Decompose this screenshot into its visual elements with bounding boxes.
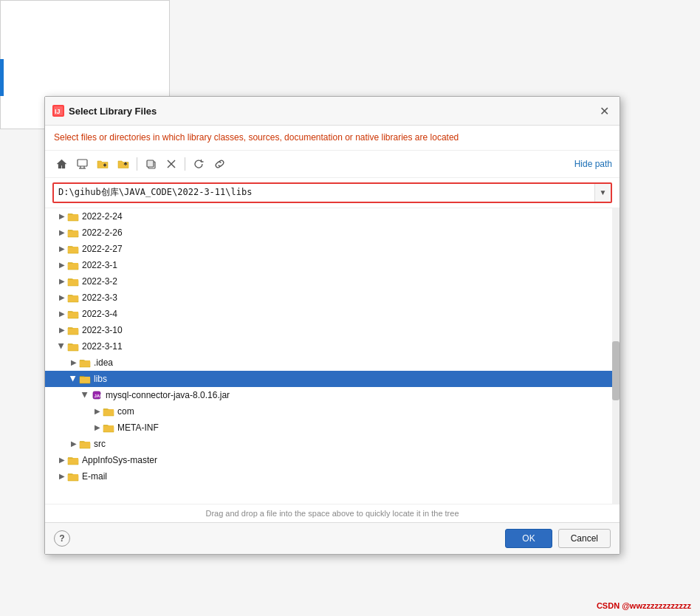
toolbar-separator-2 <box>185 157 185 171</box>
tree-arrow-2022-3-1: ▶ <box>57 260 67 270</box>
tree-label-2022-3-3: 2022-3-3 <box>82 292 117 303</box>
tree-item-2022-3-3[interactable]: ▶ 2022-3-3 <box>45 290 620 306</box>
tree-arrow-2022-3-10: ▶ <box>57 325 67 335</box>
dialog-description: Select files or directories in which lib… <box>45 126 620 151</box>
dialog-footer: ? OK Cancel <box>45 522 620 554</box>
tree-label-mysql-connector: mysql-connector-java-8.0.16.jar <box>106 390 230 400</box>
folder-icon-2022-3-4 <box>67 309 79 319</box>
blue-sidebar-bar <box>0 59 4 96</box>
tree-arrow-2022-3-3: ▶ <box>57 292 67 303</box>
svg-rect-3 <box>78 160 87 166</box>
file-tree-container[interactable]: ▶ 2022-2-24▶ 2022-2-26▶ 2022-2-27▶ 2022-… <box>45 208 620 504</box>
tree-item-2022-3-1[interactable]: ▶ 2022-3-1 <box>45 257 620 273</box>
tree-item-META-INF[interactable]: ▶ META-INF <box>45 420 620 436</box>
tree-item-E-mail[interactable]: ▶ E-mail <box>45 468 620 485</box>
tree-label-2022-3-1: 2022-3-1 <box>82 260 117 270</box>
folder-icon-com <box>103 406 114 417</box>
tree-item-libs[interactable]: ▶ libs <box>45 371 620 387</box>
watermark: CSDN @wwzzzzzzzzzzzz <box>597 601 691 610</box>
tree-label-.idea: .idea <box>94 357 113 368</box>
folder-icon-2022-2-24 <box>67 211 79 222</box>
tree-label-com: com <box>117 406 134 417</box>
tree-label-2022-2-26: 2022-2-26 <box>82 227 123 238</box>
tree-arrow-.idea: ▶ <box>69 357 79 368</box>
tree-label-libs: libs <box>94 374 107 384</box>
toolbar-home-button[interactable] <box>52 155 70 173</box>
folder-icon-libs <box>79 374 91 384</box>
toolbar-folder-up-button[interactable] <box>114 155 132 173</box>
tree-label-2022-3-10: 2022-3-10 <box>82 325 123 335</box>
folder-icon-AppInfoSys-master <box>67 455 79 465</box>
folder-icon-src <box>79 439 91 449</box>
tree-label-2022-3-4: 2022-3-4 <box>82 309 117 319</box>
path-dropdown-button[interactable]: ▼ <box>594 184 611 202</box>
tree-label-E-mail: E-mail <box>82 471 107 482</box>
tree-arrow-AppInfoSys-master: ▶ <box>57 455 67 465</box>
tree-arrow-2022-2-27: ▶ <box>57 244 67 254</box>
dialog-app-icon: IJ <box>52 105 64 117</box>
folder-icon-2022-3-3 <box>67 292 79 303</box>
tree-arrow-2022-3-11: ▶ <box>57 341 67 352</box>
path-input[interactable] <box>54 185 594 201</box>
tree-arrow-src: ▶ <box>69 439 79 449</box>
scrollbar-track <box>612 208 620 504</box>
dialog-title: Select Library Files <box>69 106 596 117</box>
scrollbar-thumb[interactable] <box>612 341 620 400</box>
tree-arrow-META-INF: ▶ <box>92 422 103 433</box>
toolbar-delete-button[interactable] <box>162 155 180 173</box>
folder-icon-E-mail <box>67 471 79 482</box>
folder-icon-2022-2-27 <box>67 244 79 254</box>
tree-item-AppInfoSys-master[interactable]: ▶ AppInfoSys-master <box>45 452 620 468</box>
folder-icon-2022-3-1 <box>67 260 79 270</box>
tree-item-2022-2-27[interactable]: ▶ 2022-2-27 <box>45 241 620 257</box>
tree-arrow-2022-3-4: ▶ <box>57 309 67 319</box>
folder-icon-mysql-connector: JAR <box>91 390 103 400</box>
tree-item-2022-3-11[interactable]: ▶ 2022-3-11 <box>45 338 620 355</box>
help-button[interactable]: ? <box>54 530 70 547</box>
folder-icon-2022-2-26 <box>67 227 79 238</box>
tree-label-src: src <box>94 439 106 449</box>
cancel-button[interactable]: Cancel <box>558 529 611 548</box>
tree-item-2022-3-10[interactable]: ▶ 2022-3-10 <box>45 322 620 338</box>
tree-item-mysql-connector[interactable]: ▶ JAR mysql-connector-java-8.0.16.jar <box>45 387 620 403</box>
hide-path-button[interactable]: Hide path <box>574 159 612 169</box>
tree-item-.idea[interactable]: ▶ .idea <box>45 355 620 371</box>
toolbar-monitor-button[interactable] <box>73 155 91 173</box>
folder-icon-2022-3-10 <box>67 325 79 335</box>
tree-label-META-INF: META-INF <box>117 422 159 433</box>
dialog-toolbar: Hide path <box>45 151 620 178</box>
tree-arrow-2022-3-2: ▶ <box>57 276 67 287</box>
tree-item-2022-2-26[interactable]: ▶ 2022-2-26 <box>45 225 620 241</box>
tree-arrow-com: ▶ <box>92 406 103 417</box>
toolbar-link-button[interactable] <box>210 155 228 173</box>
path-input-area: ▼ <box>45 178 620 208</box>
tree-label-2022-3-2: 2022-3-2 <box>82 276 117 287</box>
folder-icon-2022-3-11 <box>67 341 79 352</box>
tree-item-src[interactable]: ▶ src <box>45 436 620 452</box>
folder-icon-2022-3-2 <box>67 276 79 287</box>
select-library-files-dialog: IJ Select Library Files ✕ Select files o… <box>44 96 620 555</box>
svg-text:IJ: IJ <box>55 108 61 115</box>
folder-icon-.idea <box>79 357 91 368</box>
tree-arrow-mysql-connector: ▶ <box>80 390 91 400</box>
tree-label-2022-2-24: 2022-2-24 <box>82 211 123 222</box>
toolbar-copy-button[interactable] <box>142 155 159 173</box>
tree-arrow-2022-2-24: ▶ <box>57 211 67 222</box>
tree-label-2022-2-27: 2022-2-27 <box>82 244 123 254</box>
path-input-wrapper: ▼ <box>52 182 612 203</box>
svg-rect-11 <box>147 160 154 167</box>
tree-item-2022-3-2[interactable]: ▶ 2022-3-2 <box>45 273 620 290</box>
tree-item-2022-2-24[interactable]: ▶ 2022-2-24 <box>45 208 620 225</box>
toolbar-refresh-button[interactable] <box>190 155 207 173</box>
file-tree: ▶ 2022-2-24▶ 2022-2-26▶ 2022-2-27▶ 2022-… <box>45 208 620 485</box>
dialog-close-button[interactable]: ✕ <box>596 103 612 119</box>
ok-button[interactable]: OK <box>505 529 552 548</box>
tree-label-2022-3-11: 2022-3-11 <box>82 341 123 352</box>
tree-arrow-E-mail: ▶ <box>57 471 67 482</box>
folder-icon-META-INF <box>103 422 114 433</box>
drag-drop-hint: Drag and drop a file into the space abov… <box>45 504 620 522</box>
tree-item-2022-3-4[interactable]: ▶ 2022-3-4 <box>45 306 620 322</box>
toolbar-new-folder-button[interactable] <box>94 155 111 173</box>
tree-label-AppInfoSys-master: AppInfoSys-master <box>82 455 157 465</box>
tree-item-com[interactable]: ▶ com <box>45 403 620 420</box>
